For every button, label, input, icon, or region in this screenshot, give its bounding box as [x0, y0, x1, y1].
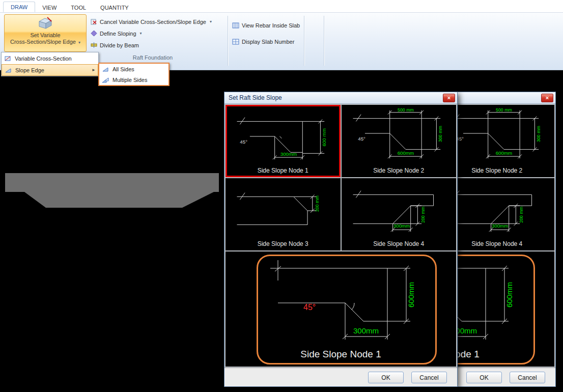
multiple-sides-icon: [102, 76, 109, 83]
view-rebar-button[interactable]: View Rebar Inside Slab: [232, 21, 300, 30]
display-slab-number-label: Display Slab Number: [242, 39, 294, 45]
cancel-icon: [91, 18, 97, 25]
preview-cell: 45° 600mm 300mm Side Slope Node 1: [226, 251, 456, 367]
node-label: Side Slope Node 1: [227, 167, 339, 174]
dropdown-arrow-icon: ▾: [78, 40, 80, 45]
set-variable-label-2: Cross-Section/Slope Edge: [10, 39, 76, 45]
cancel-button[interactable]: Cancel: [510, 372, 545, 383]
dim-height-label: 600mm: [505, 282, 514, 307]
node-option-2[interactable]: 500 mm 45° 300 mm 600mm Side Slope Node …: [342, 105, 457, 177]
tab-quantity[interactable]: QUANTITY: [93, 3, 136, 12]
dim-bottom-label: 300mm: [491, 223, 508, 229]
slope-edge-label: Slope Edge: [15, 67, 88, 73]
set-variable-button[interactable]: Set Variable Cross-Section/Slope Edge ▾: [4, 14, 87, 52]
display-slab-number-button[interactable]: Display Slab Number: [232, 37, 294, 46]
all-sides-icon: [102, 66, 109, 73]
close-button[interactable]: ×: [443, 94, 455, 102]
node-label: Side Slope Node 4: [343, 240, 455, 247]
close-icon: ×: [447, 95, 451, 101]
dim-bottom-label: 600mm: [397, 150, 413, 156]
define-sloping-button[interactable]: Define Sloping ▾: [91, 29, 142, 38]
dim-right-label: 200 mm: [519, 207, 524, 223]
node-label: Side Slope Node 2: [343, 167, 455, 174]
node-label: Side Slope Node 3: [227, 240, 339, 247]
variable-cross-section-icon: [4, 55, 11, 62]
cancel-button[interactable]: Cancel: [411, 372, 447, 383]
all-sides-label: All Sides: [112, 66, 166, 72]
dim-right-label: 300 mm: [438, 126, 443, 142]
slope-edge-submenu: All Sides Multiple Sides: [98, 63, 170, 86]
slope-edge-icon: [5, 67, 12, 74]
dim-right-label: 200 mm: [315, 195, 320, 212]
view-rebar-label: View Rebar Inside Slab: [242, 22, 300, 29]
divide-by-beam-label: Divide by Beam: [100, 42, 139, 48]
angle-label: 45°: [303, 303, 316, 312]
node2-diagram: 500 mm 45° 300 mm 600mm: [343, 106, 455, 162]
variable-cross-section-label: Variable Cross-Section: [15, 55, 96, 62]
close-icon: ×: [546, 95, 549, 101]
submenu-item-all-sides[interactable]: All Sides: [99, 64, 168, 74]
divide-by-beam-button[interactable]: Divide by Beam: [91, 41, 139, 49]
node-option-4[interactable]: 300mm 200 mm Side Slope Node 4: [342, 178, 457, 250]
node-grid: 45° 600 mm 300mm Side Slope Node 1 500 m…: [224, 104, 457, 368]
angle-label: 45°: [240, 139, 247, 145]
set-variable-label-1: Set Variable: [5, 32, 86, 39]
group-label-raft-foundation: Raft Foundation: [92, 54, 214, 61]
raft-cross-section-shape: [5, 173, 219, 209]
ok-button[interactable]: OK: [466, 372, 502, 383]
cancel-variable-label: Cancel Variable Cross-Section/Slope Edge: [100, 19, 206, 25]
preview-node-label: Side Slope Node 1: [227, 349, 455, 360]
divide-by-beam-icon: [91, 42, 97, 48]
cancel-variable-button[interactable]: Cancel Variable Cross-Section/Slope Edge…: [91, 17, 212, 26]
preview-diagram: 45° 600mm 300mm: [227, 253, 455, 353]
dialog-titlebar[interactable]: Set Raft Side Slope ×: [224, 92, 457, 104]
dim-run-label: 300mm: [280, 151, 297, 157]
dim-run-label: 300mm: [353, 326, 379, 335]
node-label: Side Slope Node 4: [441, 240, 553, 247]
tab-view[interactable]: VIEW: [35, 3, 64, 12]
ribbon-separator: [304, 16, 304, 66]
dim-right-label: 300 mm: [536, 126, 541, 142]
ribbon-separator: [324, 16, 324, 66]
dialog-title: Set Raft Side Slope: [224, 94, 443, 101]
tab-draw[interactable]: DRAW: [3, 2, 35, 12]
dim-right-label: 200 mm: [420, 207, 426, 223]
define-sloping-label: Define Sloping: [100, 31, 136, 37]
display-slab-number-icon: [232, 38, 239, 45]
submenu-item-multiple-sides[interactable]: Multiple Sides: [99, 74, 168, 85]
node-option-1[interactable]: 45° 600 mm 300mm Side Slope Node 1: [226, 105, 341, 177]
menu-item-slope-edge[interactable]: Slope Edge ►: [2, 64, 98, 76]
dim-bottom-label: 600mm: [495, 150, 512, 156]
set-variable-icon: [38, 17, 53, 30]
dim-top-label: 500 mm: [398, 107, 414, 113]
dropdown-arrow-icon: ▾: [140, 31, 142, 36]
dim-height-label: 600 mm: [321, 128, 327, 146]
node3-diagram: 200 mm: [227, 180, 339, 236]
close-button[interactable]: ×: [541, 94, 553, 102]
menu-item-variable-cross-section[interactable]: Variable Cross-Section: [2, 52, 98, 64]
ok-button[interactable]: OK: [368, 372, 404, 383]
view-rebar-icon: [232, 22, 239, 29]
define-sloping-icon: [91, 30, 97, 37]
node1-diagram: 45° 600 mm 300mm: [227, 106, 339, 162]
angle-label: 45°: [358, 136, 365, 142]
node4-diagram: 300mm 200 mm: [343, 180, 455, 236]
multiple-sides-label: Multiple Sides: [112, 77, 166, 83]
ribbon-tabbar: DRAW VIEW TOOL QUANTITY: [0, 0, 563, 13]
node2-diagram: 500 mm 45° 300 mm 600mm: [441, 106, 553, 162]
tab-tool[interactable]: TOOL: [64, 3, 93, 12]
submenu-arrow-icon: ►: [92, 68, 96, 72]
node-label: Side Slope Node 2: [441, 167, 553, 174]
dim-height-label: 600mm: [407, 282, 415, 307]
set-raft-dialog: Set Raft Side Slope × 45° 600 mm 300mm S…: [224, 92, 458, 387]
dim-bottom-label: 300mm: [393, 223, 409, 229]
set-variable-dropdown-menu: Variable Cross-Section Slope Edge ►: [1, 52, 99, 76]
dropdown-arrow-icon: ▾: [210, 19, 212, 24]
ribbon-separator: [228, 16, 228, 66]
app-window: DRAW VIEW TOOL QUANTITY Set Variable Cro…: [0, 0, 563, 392]
dialog-button-bar: OK Cancel: [224, 368, 457, 386]
node4-diagram: 300mm 200 mm: [441, 180, 553, 236]
node-option-3[interactable]: 200 mm Side Slope Node 3: [226, 178, 341, 250]
dim-top-label: 500 mm: [496, 107, 512, 113]
